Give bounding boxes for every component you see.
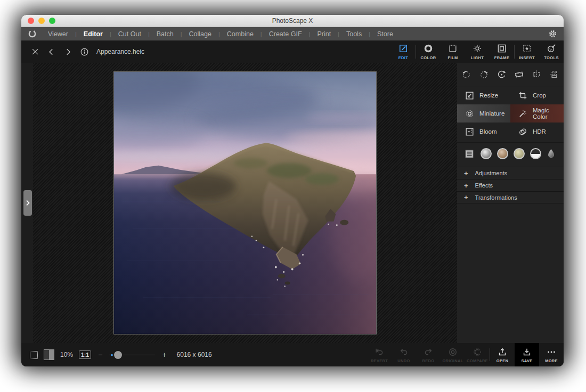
insert-star-icon <box>522 43 532 54</box>
more-button[interactable]: MORE <box>539 343 564 366</box>
zoom-out-button[interactable]: − <box>97 350 103 359</box>
tab-frame[interactable]: FRAME <box>490 40 514 63</box>
flip-vertical-icon[interactable] <box>548 68 561 81</box>
background-toggle-icon[interactable] <box>44 349 54 360</box>
menu-item-combine[interactable]: Combine <box>220 30 261 38</box>
expand-plus-icon: + <box>464 193 468 201</box>
menu-item-cutout[interactable]: Cut Out <box>111 30 148 38</box>
menubar: Viewer| Editor| Cut Out| Batch| Collage|… <box>21 27 564 40</box>
resize-icon <box>465 91 475 101</box>
menu-item-creategif[interactable]: Create GIF <box>262 30 309 38</box>
tool-bloom[interactable]: Bloom <box>457 123 510 141</box>
statusbar: 10% 1:1 − + 6016 x 6016 REVERT UNDO RE <box>21 343 564 366</box>
menu-item-store[interactable]: Store <box>370 30 400 38</box>
menu-item-batch[interactable]: Batch <box>150 30 181 38</box>
warm-filter-circle-icon[interactable] <box>497 148 508 159</box>
light-sun-icon <box>472 43 483 54</box>
section-transformations[interactable]: + Transformations <box>457 191 564 203</box>
section-effects[interactable]: + Effects <box>457 179 564 191</box>
close-window-button[interactable] <box>28 18 34 24</box>
zoom-controls: 10% 1:1 − + 6016 x 6016 <box>21 349 212 360</box>
zoom-in-button[interactable]: + <box>161 350 167 359</box>
rotate-clockwise-icon[interactable] <box>477 68 491 81</box>
original-button: ORIGINAL <box>441 343 465 366</box>
revert-button: REVERT <box>367 343 392 366</box>
open-button[interactable]: OPEN <box>490 343 515 366</box>
straighten-icon[interactable] <box>512 68 526 81</box>
menu-item-collage[interactable]: Collage <box>182 30 218 38</box>
save-icon <box>522 347 532 357</box>
left-gutter <box>21 63 33 343</box>
fullscreen-window-button[interactable] <box>49 18 55 24</box>
tab-tools[interactable]: TOOLS <box>539 40 564 63</box>
navigation-group: Appearance.heic <box>21 45 144 59</box>
edit-toolbar: Appearance.heic EDIT COLOR FILM LIGHT <box>21 40 564 63</box>
close-image-button[interactable] <box>28 45 42 59</box>
undo-icon <box>398 347 409 357</box>
sage-filter-circle-icon[interactable] <box>514 148 525 159</box>
compare-icon <box>472 347 483 357</box>
zoom-slider-tick <box>111 354 113 356</box>
menu-item-print[interactable]: Print <box>310 30 338 38</box>
tools-palette-icon <box>546 43 557 54</box>
zoom-slider[interactable] <box>109 351 155 359</box>
zoom-actual-size-button[interactable]: 1:1 <box>79 350 91 359</box>
expand-plus-icon: + <box>464 182 468 190</box>
settings-gear-icon[interactable] <box>548 29 557 38</box>
titlebar: PhotoScape X <box>21 15 564 27</box>
tab-color[interactable]: COLOR <box>416 40 441 63</box>
undo-button: UNDO <box>392 343 416 366</box>
action-buttons: REVERT UNDO REDO ORIGINAL COMPARE OPEN <box>367 343 564 366</box>
flip-horizontal-icon[interactable] <box>530 68 543 81</box>
image-dimensions: 6016 x 6016 <box>177 351 212 358</box>
free-rotate-icon[interactable] <box>495 68 508 81</box>
selection-grid-icon[interactable] <box>30 351 38 359</box>
tab-edit[interactable]: EDIT <box>391 40 416 63</box>
next-image-button[interactable] <box>61 45 75 59</box>
zoom-level-value[interactable]: 10% <box>60 351 73 358</box>
rotate-tools-row <box>457 63 564 86</box>
previous-image-button[interactable] <box>44 45 59 59</box>
menu-item-viewer[interactable]: Viewer <box>41 30 75 38</box>
gray-filter-circle-icon[interactable] <box>481 148 492 159</box>
section-adjustments[interactable]: + Adjustments <box>457 167 564 179</box>
minimize-window-button[interactable] <box>38 18 45 24</box>
miniature-icon <box>465 109 475 119</box>
zoom-slider-handle[interactable] <box>114 351 122 359</box>
film-frame-icon <box>447 43 458 54</box>
tool-magic-color[interactable]: Magic Color <box>510 104 564 123</box>
photoscape-window: PhotoScape X Viewer| Editor| Cut Out| Ba… <box>21 15 564 366</box>
revert-icon <box>374 347 385 357</box>
tab-insert[interactable]: INSERT <box>515 40 539 63</box>
tool-hdr[interactable]: HDR <box>510 123 564 141</box>
tool-resize[interactable]: Resize <box>457 86 510 104</box>
tab-light[interactable]: LIGHT <box>465 40 490 63</box>
redo-button: REDO <box>416 343 441 366</box>
info-icon[interactable] <box>77 45 92 59</box>
expand-sidebar-button[interactable] <box>23 190 32 216</box>
redo-icon <box>423 347 434 357</box>
crop-icon <box>518 91 528 101</box>
rotate-counterclockwise-icon[interactable] <box>460 68 473 81</box>
menu-item-editor[interactable]: Editor <box>77 30 110 38</box>
tool-miniature[interactable]: Miniature <box>457 104 510 123</box>
bloom-icon <box>465 127 475 137</box>
frame-icon <box>497 43 507 54</box>
split-tone-circle-icon[interactable] <box>530 148 541 159</box>
droplet-icon[interactable] <box>547 148 556 159</box>
expand-plus-icon: + <box>464 169 468 177</box>
canvas-area[interactable] <box>33 63 457 343</box>
menu-items: Viewer| Editor| Cut Out| Batch| Collage|… <box>41 30 400 38</box>
open-filename: Appearance.heic <box>96 48 144 55</box>
filter-shortcuts-row <box>457 142 564 165</box>
tab-film[interactable]: FILM <box>441 40 465 63</box>
tool-grid: Resize Crop Miniature Magic Color Bloom <box>457 86 564 141</box>
tool-crop[interactable]: Crop <box>510 86 564 104</box>
window-title: PhotoScape X <box>21 17 564 24</box>
open-icon <box>497 347 508 357</box>
filter-list-icon[interactable] <box>463 148 475 160</box>
photo-island-seascape[interactable] <box>113 71 377 334</box>
save-button[interactable]: SAVE <box>515 343 539 366</box>
photoscape-logo-icon[interactable] <box>28 29 37 38</box>
menu-item-tools[interactable]: Tools <box>339 30 369 38</box>
